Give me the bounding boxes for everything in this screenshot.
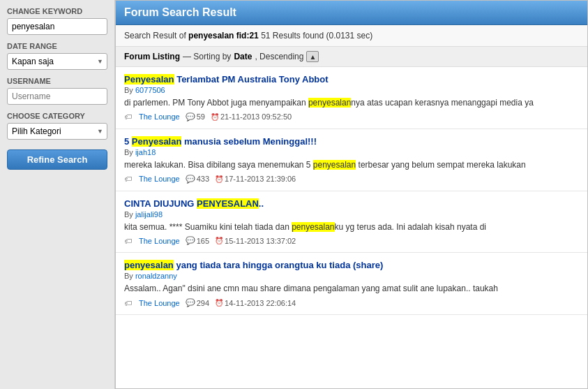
username-input[interactable] [7, 88, 107, 105]
tag-icon: 🏷 [124, 175, 132, 183]
comment-count: 💬 433 [186, 175, 209, 184]
category-link[interactable]: The Lounge [139, 112, 180, 121]
comment-count: 💬 165 [186, 236, 209, 245]
result-meta: 🏷 The Lounge 💬 433 ⏰ 17-11-2013 21:39:06 [124, 175, 579, 184]
title-highlight: penyesalan [124, 260, 174, 270]
title-text2: manusia sebelum Meninggal!!! [181, 136, 317, 147]
main-content: Forum Search Result Search Result of pen… [115, 0, 588, 389]
excerpt-highlight: penyesalan [292, 222, 334, 232]
sort-separator: — Sorting by [183, 52, 231, 61]
excerpt-highlight: penyesalan [313, 160, 356, 170]
tag-icon: 🏷 [124, 299, 132, 307]
result-item: 5 Penyesalan manusia sebelum Meninggal!!… [116, 129, 587, 191]
title-suffix: .. [259, 198, 264, 209]
result-item: CINTA DIUJUNG PENYESALAN.. By jalijali98… [116, 191, 587, 254]
comment-count: 💬 59 [186, 112, 205, 122]
search-info-text: Search Result of penyesalan fid:21 51 Re… [124, 31, 372, 41]
sort-bar: Forum Listing — Sorting by Date , Descen… [116, 47, 587, 67]
comment-icon: 💬 [186, 112, 195, 122]
username-label: USERNAME [7, 77, 107, 85]
result-item: penyesalan yang tiada tara hingga orangt… [116, 253, 587, 315]
change-keyword-label: CHANGE KEYWORD [7, 7, 107, 15]
result-title: CINTA DIUJUNG PENYESALAN.. [124, 198, 579, 209]
date-range-select[interactable]: Kapan saja Hari ini Minggu ini Bulan ini [7, 53, 107, 70]
result-title: penyesalan yang tiada tara hingga orangt… [124, 260, 579, 270]
comment-count: 💬 294 [186, 298, 209, 307]
post-datetime: ⏰ 17-11-2013 21:39:06 [215, 175, 296, 183]
post-datetime: ⏰ 15-11-2013 13:37:02 [215, 237, 296, 245]
title-highlight: PENYESALAN [197, 198, 259, 209]
category-select[interactable]: Pilih Kategori [7, 123, 107, 140]
comment-icon: 💬 [186, 175, 195, 184]
title-text: yang tiada tara hingga orangtua ku tiada… [174, 260, 384, 270]
tag-icon: 🏷 [124, 112, 132, 121]
post-datetime: ⏰ 21-11-2013 09:52:50 [211, 112, 292, 121]
result-excerpt: di parlemen. PM Tony Abbot juga menyampa… [124, 97, 579, 109]
result-excerpt: Assalam.. Agan" dsini ane cmn mau share … [124, 283, 579, 295]
result-author: By ronaldzanny [124, 272, 579, 280]
sort-direction-button[interactable]: ▲ [306, 51, 319, 62]
clock-icon: ⏰ [211, 113, 219, 121]
result-meta: 🏷 The Lounge 💬 165 ⏰ 15-11-2013 13:37:02 [124, 236, 579, 245]
date-range-label: DATE RANGE [7, 42, 107, 50]
category-link[interactable]: The Lounge [139, 299, 180, 307]
clock-icon: ⏰ [215, 299, 223, 307]
search-keyword: penyesalan [188, 31, 234, 41]
search-fid: fid:21 [236, 31, 259, 41]
result-meta: 🏷 The Lounge 💬 59 ⏰ 21-11-2013 09:52:50 [124, 112, 579, 122]
result-title: Penyesalan Terlambat PM Australia Tony A… [124, 74, 579, 85]
result-title-link[interactable]: Penyesalan Terlambat PM Australia Tony A… [124, 74, 329, 85]
result-excerpt: kita semua. **** Suamiku kini telah tiad… [124, 221, 579, 233]
post-datetime: ⏰ 14-11-2013 22:06:14 [215, 299, 296, 307]
title-text: 5 [124, 136, 132, 147]
excerpt-highlight: penyesalan [308, 98, 351, 108]
sidebar: CHANGE KEYWORD DATE RANGE Kapan saja Har… [0, 0, 115, 389]
refine-search-button[interactable]: Refine Search [7, 149, 107, 170]
keyword-input[interactable] [7, 18, 107, 35]
choose-category-label: CHOOSE CATEGORY [7, 112, 107, 120]
result-excerpt: mereka lakukan. Bisa dibilang saya menem… [124, 159, 579, 171]
sort-direction: , Descending [255, 52, 303, 61]
title-text: CINTA DIUJUNG [124, 198, 197, 209]
author-link[interactable]: ijah18 [135, 148, 156, 156]
title-highlight: Penyesalan [132, 136, 182, 147]
result-title-link[interactable]: CINTA DIUJUNG PENYESALAN.. [124, 198, 264, 209]
result-item: Penyesalan Terlambat PM Australia Tony A… [116, 67, 587, 129]
result-author: By ijah18 [124, 148, 579, 156]
result-title-link[interactable]: penyesalan yang tiada tara hingga orangt… [124, 260, 383, 270]
comment-icon: 💬 [186, 298, 195, 307]
author-link[interactable]: jalijali98 [135, 210, 163, 219]
sort-field: Date [234, 52, 252, 61]
page-title: Forum Search Result [116, 1, 587, 25]
search-info: Search Result of penyesalan fid:21 51 Re… [116, 25, 587, 47]
category-wrapper: Pilih Kategori [7, 123, 107, 140]
category-link[interactable]: The Lounge [139, 175, 180, 183]
result-meta: 🏷 The Lounge 💬 294 ⏰ 14-11-2013 22:06:14 [124, 298, 579, 307]
title-text: Terlambat PM Australia Tony Abbot [174, 74, 329, 85]
tag-icon: 🏷 [124, 237, 132, 245]
date-range-wrapper: Kapan saja Hari ini Minggu ini Bulan ini [7, 53, 107, 70]
result-author: By jalijali98 [124, 210, 579, 219]
comment-icon: 💬 [186, 236, 195, 245]
result-author: By 6077506 [124, 86, 579, 94]
forum-listing-label: Forum Listing [124, 52, 180, 61]
title-highlight: Penyesalan [124, 74, 174, 85]
clock-icon: ⏰ [215, 175, 223, 183]
search-result-count: 51 Results found (0.0131 sec) [261, 31, 372, 41]
author-link[interactable]: ronaldzanny [135, 272, 177, 280]
result-title-link[interactable]: 5 Penyesalan manusia sebelum Meninggal!!… [124, 136, 317, 147]
result-title: 5 Penyesalan manusia sebelum Meninggal!!… [124, 136, 579, 147]
category-link[interactable]: The Lounge [139, 237, 180, 245]
clock-icon: ⏰ [215, 237, 223, 244]
author-link[interactable]: 6077506 [135, 86, 165, 94]
